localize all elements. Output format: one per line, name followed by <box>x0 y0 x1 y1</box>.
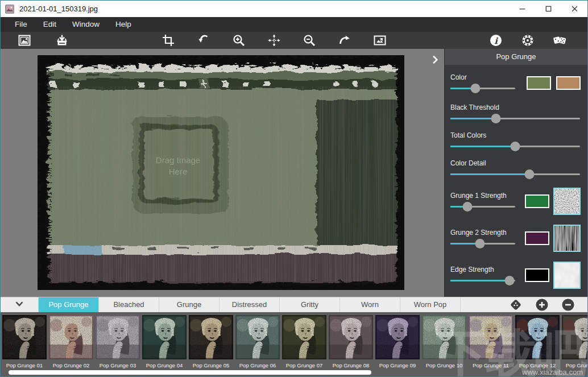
tab-gritty[interactable]: Gritty <box>280 297 340 312</box>
slider-grunge-1-strength[interactable] <box>450 202 515 212</box>
crop-icon[interactable] <box>162 34 175 47</box>
texture-thumbnail-paper[interactable] <box>553 262 581 289</box>
settings-icon[interactable] <box>521 34 535 47</box>
slider-grunge-2-strength[interactable] <box>450 239 515 248</box>
slider-thumb[interactable] <box>504 276 514 285</box>
toolbar-center-group <box>162 32 387 49</box>
collapse-strip-button[interactable] <box>1 297 39 312</box>
slider-label: Grunge 2 Strength <box>450 229 515 237</box>
color-swatch-2[interactable] <box>556 76 581 90</box>
preset-label: Pop Grunge 08 <box>329 362 373 368</box>
slider-label: Color <box>450 73 515 81</box>
add-button[interactable] <box>535 298 549 312</box>
window-controls <box>509 1 587 17</box>
tab-worn[interactable]: Worn <box>340 297 400 312</box>
preset-pop-grunge-09[interactable]: Pop Grunge 09 <box>375 315 420 368</box>
preset-image <box>375 315 420 359</box>
slider-black-threshold[interactable] <box>450 114 580 123</box>
preset-label: Pop Grunge 06 <box>235 362 280 368</box>
preset-label: Pop Grunge 09 <box>375 362 420 368</box>
menu-file[interactable]: File <box>7 17 35 32</box>
random-icon[interactable] <box>553 34 566 47</box>
thumbnail-scrollbar[interactable] <box>9 370 371 375</box>
watermark-text: www.xiazaiba.com <box>436 368 583 376</box>
panel-expander-chevron-icon[interactable] <box>429 53 441 66</box>
preset-image <box>189 315 233 359</box>
preset-pop-grunge-13[interactable]: Pop Grunge 13 <box>562 315 587 368</box>
save-icon[interactable] <box>55 34 69 47</box>
texture-thumbnail-speckle[interactable] <box>553 188 581 215</box>
preset-label: Pop Grunge 02 <box>49 362 93 368</box>
texture-thumbnail-vstreak[interactable] <box>553 225 581 252</box>
open-image-icon[interactable] <box>18 34 31 47</box>
preset-image <box>515 315 560 359</box>
preset-label: Pop Grunge 05 <box>189 362 233 368</box>
slider-thumb[interactable] <box>511 142 520 151</box>
preview-icon[interactable] <box>373 34 387 47</box>
tab-distressed[interactable]: Distressed <box>220 297 280 312</box>
pan-icon[interactable] <box>267 34 281 47</box>
menu-window[interactable]: Window <box>64 17 107 32</box>
slider-row-grunge-2-strength: Grunge 2 Strength <box>450 222 581 255</box>
slider-thumb[interactable] <box>525 169 535 179</box>
preset-image <box>562 315 587 359</box>
color-swatch-1[interactable] <box>525 268 549 282</box>
menu-edit[interactable]: Edit <box>35 17 64 32</box>
redo-icon[interactable] <box>338 34 351 47</box>
color-swatch-1[interactable] <box>527 76 551 90</box>
preset-label: Pop Grunge 10 <box>422 362 466 368</box>
toolbar-right-group: i <box>489 32 566 49</box>
preset-image <box>49 315 93 359</box>
preset-label: Pop Grunge 13 <box>562 362 587 368</box>
slider-thumb[interactable] <box>471 84 481 93</box>
slider-fill <box>450 118 496 119</box>
preset-pop-grunge-12[interactable]: Pop Grunge 12 <box>515 315 560 368</box>
slider-color-detail[interactable] <box>450 169 580 179</box>
slider-list: ColorBlack ThresholdTotal ColorsColor De… <box>445 69 587 292</box>
preset-pop-grunge-08[interactable]: Pop Grunge 08 <box>329 315 373 368</box>
preset-pop-grunge-11[interactable]: Pop Grunge 11 <box>469 315 513 368</box>
toolbar-left-group <box>18 32 69 49</box>
preset-image <box>469 315 513 359</box>
zoom-out-icon[interactable] <box>303 34 316 47</box>
preset-pop-grunge-04[interactable]: Pop Grunge 04 <box>142 315 187 368</box>
preset-pop-grunge-10[interactable]: Pop Grunge 10 <box>422 315 466 368</box>
preset-pop-grunge-02[interactable]: Pop Grunge 02 <box>49 315 93 368</box>
tab-grunge[interactable]: Grunge <box>159 297 220 312</box>
remove-button[interactable] <box>561 298 575 312</box>
undo-icon[interactable] <box>197 34 210 47</box>
preset-image <box>235 315 280 359</box>
die-button[interactable] <box>509 298 523 312</box>
color-swatch-1[interactable] <box>525 231 549 245</box>
slider-thumb[interactable] <box>491 114 500 123</box>
slider-edge-strength[interactable] <box>450 276 515 285</box>
zoom-in-icon[interactable] <box>232 34 246 47</box>
tab-pop-grunge[interactable]: Pop Grunge <box>39 297 99 312</box>
preset-pop-grunge-06[interactable]: Pop Grunge 06 <box>235 315 280 368</box>
preset-pop-grunge-01[interactable]: Pop Grunge 01 <box>2 315 47 368</box>
color-swatch-1[interactable] <box>525 194 549 208</box>
close-button[interactable] <box>561 1 587 17</box>
slider-color[interactable] <box>450 84 515 93</box>
menu-help[interactable]: Help <box>107 17 139 32</box>
canvas-image[interactable]: Drag Image Here <box>38 55 404 290</box>
preset-label: Pop Grunge 01 <box>2 362 47 368</box>
preset-pop-grunge-05[interactable]: Pop Grunge 05 <box>189 315 233 368</box>
tab-bleached[interactable]: Bleached <box>99 297 159 312</box>
preset-image <box>142 315 187 359</box>
preset-label: Pop Grunge 07 <box>282 362 326 368</box>
preset-tabs: Pop GrungeBleachedGrungeDistressedGritty… <box>39 297 461 312</box>
minimize-button[interactable] <box>509 1 535 17</box>
preset-pop-grunge-03[interactable]: Pop Grunge 03 <box>96 315 140 368</box>
slider-total-colors[interactable] <box>450 142 580 151</box>
preset-pop-grunge-07[interactable]: Pop Grunge 07 <box>282 315 326 368</box>
tab-worn-pop[interactable]: Worn Pop <box>400 297 461 312</box>
maximize-button[interactable] <box>535 1 561 17</box>
slider-label: Edge Strength <box>450 266 515 274</box>
slider-thumb[interactable] <box>462 202 472 212</box>
slider-fill <box>450 173 529 175</box>
preset-label: Pop Grunge 03 <box>96 362 140 368</box>
info-icon[interactable]: i <box>489 34 503 47</box>
preset-image <box>2 315 47 359</box>
slider-thumb[interactable] <box>475 239 485 248</box>
